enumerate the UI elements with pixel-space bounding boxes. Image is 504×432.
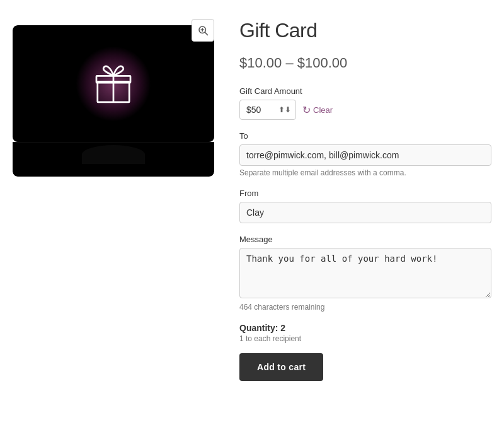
add-to-cart-button[interactable]: Add to cart [239,353,323,381]
quantity-text: Quantity: 2 [239,323,491,333]
message-label: Message [239,235,491,244]
quantity-row: Quantity: 2 1 to each recipient [239,323,491,343]
from-label: From [239,189,491,198]
clear-label: Clear [313,105,333,115]
to-label: To [239,131,491,141]
char-remaining: 464 characters remaining [239,303,491,312]
svg-line-1 [205,32,207,35]
price-range: $10.00 – $100.00 [239,55,491,71]
select-clear-row: $10 $25 $50 $75 $100 ⬆⬇ ↻ Clear [239,100,491,120]
zoom-icon [197,25,209,36]
gift-card-amount-group: Gift Card Amount $10 $25 $50 $75 $100 ⬆⬇… [239,86,491,120]
message-field-group: Message Thank you for all of your hard w… [239,235,491,312]
select-wrapper: $10 $25 $50 $75 $100 ⬆⬇ [239,100,296,120]
from-input[interactable] [239,202,491,223]
gift-glow [76,46,151,122]
each-recipient-hint: 1 to each recipient [239,334,491,343]
email-hint: Separate multiple email addresses with a… [239,168,491,177]
clear-button[interactable]: ↻ Clear [302,104,333,116]
page-container: Gift Card $10.00 – $100.00 Gift Card Amo… [0,0,504,400]
refresh-icon: ↻ [302,104,311,116]
zoom-button[interactable] [192,19,214,42]
product-image [13,25,214,177]
details-column: Gift Card $10.00 – $100.00 Gift Card Amo… [239,19,491,381]
gift-card-visual [13,25,214,142]
amount-select[interactable]: $10 $25 $50 $75 $100 [239,100,296,120]
message-textarea[interactable]: Thank you for all of your hard work! [239,248,491,298]
product-title: Gift Card [239,19,491,42]
gift-card-amount-label: Gift Card Amount [239,86,491,96]
to-field-group: To Separate multiple email addresses wit… [239,131,491,177]
from-field-group: From [239,189,491,223]
image-column [13,19,214,381]
gift-box-icon [91,61,136,107]
to-email-input[interactable] [239,144,491,166]
